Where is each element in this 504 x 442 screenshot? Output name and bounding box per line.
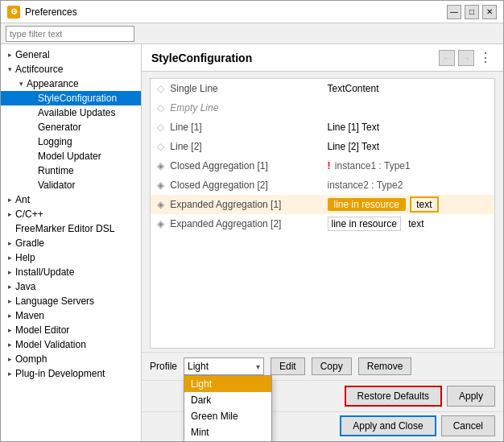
table-row: ◈ Closed Aggregation [2] instance2 : Typ…: [151, 176, 494, 195]
sidebar-item-label: Model Updater: [38, 151, 101, 162]
sidebar-item-label: Generator: [38, 122, 81, 133]
table-row[interactable]: ◈ Expanded Aggregation [1] line in resou…: [151, 195, 494, 214]
window-controls: — □ ✕: [447, 5, 497, 19]
sidebar-item-validator[interactable]: Validator: [1, 178, 141, 192]
sidebar-item-help[interactable]: Help: [1, 250, 141, 265]
search-input[interactable]: [6, 26, 134, 42]
row-icon: ◈: [157, 199, 164, 210]
sidebar-item-oomph[interactable]: Oomph: [1, 352, 141, 366]
sidebar-item-label: Plug-in Development: [15, 368, 105, 379]
text-box-plain: line in resource: [328, 217, 401, 231]
sidebar-item-freemarker[interactable]: FreeMarker Editor DSL: [1, 221, 141, 236]
profile-row: Profile Light ▾ Light Dark Green Mile Mi…: [142, 352, 503, 380]
sidebar-item-general[interactable]: General: [1, 48, 141, 62]
row-icon-cell: ◇ Line [2]: [151, 137, 323, 156]
orange-pill: line in resource: [328, 198, 406, 211]
dropdown-wrapper: Light ▾ Light Dark Green Mile Mint Raspb…: [184, 357, 264, 375]
sidebar-item-model-updater[interactable]: Model Updater: [1, 149, 141, 163]
row-icon: ◈: [157, 180, 164, 191]
arrow-icon: [4, 64, 15, 75]
row-icon-cell: ◇ Line [1]: [151, 118, 323, 137]
row-icon: ◈: [157, 160, 164, 171]
dropdown-item-green-mile[interactable]: Green Mile: [184, 408, 271, 424]
sidebar-item-runtime[interactable]: Runtime: [1, 163, 141, 178]
forward-button[interactable]: →: [458, 50, 474, 66]
table-row: ◇ Empty Line: [151, 98, 494, 118]
arrow-icon: [4, 194, 15, 205]
sidebar-item-model-validation[interactable]: Model Validation: [1, 337, 141, 352]
sidebar-item-model-editor[interactable]: Model Editor: [1, 323, 141, 337]
table-row: ◈ Closed Aggregation [1] ! instance1 : T…: [151, 156, 494, 176]
window-title: Preferences: [25, 6, 77, 18]
main-content: General Actifcource Appearance StyleConf…: [1, 44, 503, 441]
row-icon-cell: ◇ Empty Line: [151, 98, 323, 118]
preferences-window: ⚙ Preferences — □ ✕ General Actifcource: [0, 0, 504, 442]
row-icon: ◇: [157, 122, 164, 133]
right-panel: StyleConfiguration ← → ⋮ ◇ Single Lin: [142, 44, 503, 441]
arrow-icon: [4, 353, 15, 365]
arrow-icon: [4, 266, 15, 278]
sidebar-item-maven[interactable]: Maven: [1, 308, 141, 323]
arrow-icon: [27, 165, 38, 176]
sidebar-item-plug-in-dev[interactable]: Plug-in Development: [1, 366, 141, 381]
sidebar-item-label: Actifcource: [15, 64, 63, 75]
remove-button[interactable]: Remove: [358, 357, 412, 375]
arrow-icon: [4, 324, 15, 336]
sidebar-item-styleconfiguration[interactable]: StyleConfiguration: [1, 91, 141, 105]
more-button[interactable]: ⋮: [477, 50, 494, 65]
edit-button[interactable]: Edit: [271, 357, 305, 375]
sidebar-item-cpp[interactable]: C/C++: [1, 207, 141, 221]
dropdown-item-dark[interactable]: Dark: [184, 392, 271, 408]
arrow-icon: [27, 136, 38, 147]
panel-header: StyleConfiguration ← → ⋮: [142, 44, 503, 72]
sidebar-item-appearance[interactable]: Appearance: [1, 76, 141, 91]
sidebar-item-gradle[interactable]: Gradle: [1, 236, 141, 250]
apply-button[interactable]: Apply: [447, 386, 495, 407]
toolbar-row: [1, 23, 503, 44]
sidebar-item-install-update[interactable]: Install/Update: [1, 265, 141, 279]
row-label: Expanded Aggregation [2]: [170, 218, 281, 229]
row-icon-cell: ◇ Single Line: [151, 79, 323, 98]
sidebar-item-available-updates[interactable]: Available Updates: [1, 105, 141, 120]
sidebar-item-label: Runtime: [38, 165, 74, 176]
sidebar-item-language-servers[interactable]: Language Servers: [1, 294, 141, 308]
sidebar-item-logging[interactable]: Logging: [1, 134, 141, 149]
app-icon: ⚙: [7, 6, 20, 19]
dropdown-item-light[interactable]: Light: [184, 376, 271, 392]
minimize-button[interactable]: —: [447, 5, 461, 19]
sidebar-item-java[interactable]: Java: [1, 279, 141, 294]
row-label: Expanded Aggregation [1]: [170, 199, 281, 210]
sidebar-item-generator[interactable]: Generator: [1, 120, 141, 134]
profile-dropdown[interactable]: Light ▾: [184, 357, 264, 375]
dropdown-text: Light: [188, 361, 253, 372]
sidebar-item-label: Available Updates: [38, 107, 116, 118]
text-plain: text: [408, 218, 423, 229]
instance-text: instance1 : Type1: [335, 160, 411, 171]
sidebar-item-label: Install/Update: [15, 266, 74, 278]
apply-and-close-button[interactable]: Apply and Close: [340, 415, 436, 436]
sidebar-item-actifcource[interactable]: Actifcource: [1, 62, 141, 76]
arrow-icon: [27, 180, 38, 191]
arrow-icon: [4, 281, 15, 292]
sidebar-item-ant[interactable]: Ant: [1, 192, 141, 207]
arrow-icon: [4, 295, 15, 307]
row-icon-cell: ◈ Expanded Aggregation [1]: [151, 195, 323, 214]
back-button[interactable]: ←: [439, 50, 455, 66]
row-content: line in resource text: [323, 195, 495, 214]
dropdown-item-mint[interactable]: Mint: [184, 424, 271, 440]
restore-defaults-button[interactable]: Restore Defaults: [345, 386, 442, 407]
close-button[interactable]: ✕: [482, 5, 497, 19]
cancel-button[interactable]: Cancel: [441, 415, 495, 436]
arrow-icon: [15, 78, 27, 89]
maximize-button[interactable]: □: [465, 5, 479, 19]
sidebar-item-label: Model Validation: [15, 339, 86, 350]
dropdown-list: Light Dark Green Mile Mint Raspberry Red…: [184, 375, 272, 441]
row-icon: ◈: [157, 218, 164, 229]
dropdown-item-raspberry[interactable]: Raspberry: [184, 440, 271, 441]
arrow-icon: [4, 223, 15, 234]
arrow-icon: [4, 368, 15, 379]
copy-button[interactable]: Copy: [312, 357, 352, 375]
table-row: ◈ Expanded Aggregation [2] line in resou…: [151, 214, 494, 233]
row-icon-cell: ◈ Expanded Aggregation [2]: [151, 214, 323, 233]
sidebar-item-label: StyleConfiguration: [38, 93, 117, 104]
